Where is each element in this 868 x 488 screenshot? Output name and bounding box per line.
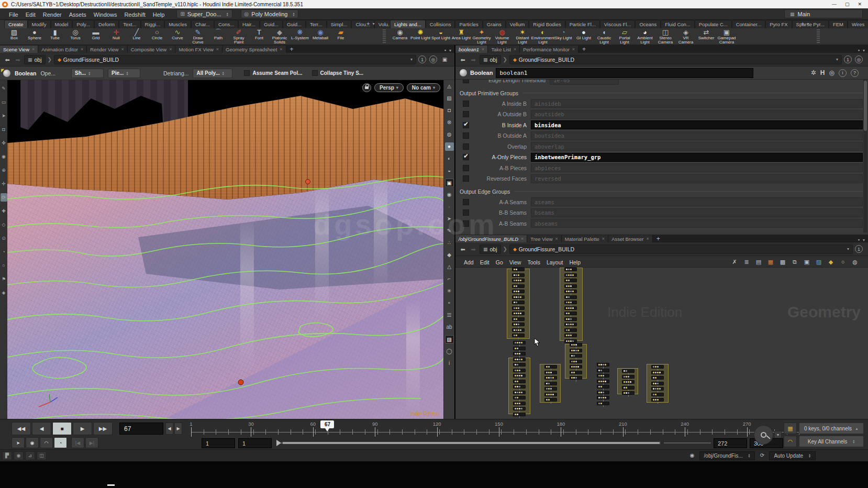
shelf-tool-gi-light[interactable]: ●GI Light <box>574 28 594 40</box>
tab-take-list[interactable]: Take List× <box>488 46 520 53</box>
node[interactable] <box>512 290 525 293</box>
node[interactable] <box>622 386 635 390</box>
display-option-icon-22[interactable]: ◯ <box>445 347 454 356</box>
node[interactable] <box>570 376 582 380</box>
pane-expand-icon[interactable]: ◤ <box>1 68 4 73</box>
node[interactable] <box>564 268 577 271</box>
shelf-tab-riggi[interactable]: Riggi... <box>141 20 165 28</box>
display-option-icon-17[interactable]: ✳ <box>445 287 454 295</box>
shelf-tool-grid[interactable]: ▬Grid <box>86 28 106 40</box>
node[interactable] <box>512 317 525 321</box>
net-toolbar-icon-4[interactable]: ▩ <box>779 258 786 266</box>
key-mode-dropdown[interactable]: Key All Channels▲▼ <box>799 436 864 447</box>
shelf-tab-collisions[interactable]: Collisions <box>426 20 455 28</box>
node[interactable] <box>513 413 526 416</box>
node[interactable] <box>513 380 526 383</box>
shelf-tool-null[interactable]: ✛Null <box>106 28 126 40</box>
close-tab-icon[interactable]: × <box>514 47 516 52</box>
display-option-icon-20[interactable]: ab <box>445 323 454 331</box>
param-field-a-b-seams[interactable]: abseams <box>531 219 863 228</box>
node[interactable] <box>570 354 582 358</box>
status-icon-1[interactable]: ◉ <box>14 451 24 460</box>
net-toolbar-icon-0[interactable]: ✗ <box>731 258 738 266</box>
range-end-field[interactable]: 272 <box>714 438 747 448</box>
shelf-tab-container[interactable]: Container... <box>732 20 766 28</box>
shelf-tab-fem[interactable]: FEM <box>829 20 848 28</box>
param-field-a-only-pieces[interactable]: inbetweenPrimary_grp <box>531 153 863 162</box>
mode-selector[interactable]: ◎ Poly Modeling ▲▼ <box>241 9 299 18</box>
param-checkbox-a-outside-b[interactable] <box>463 111 469 117</box>
range-handle-left[interactable] <box>276 440 284 446</box>
display-option-icon-10[interactable]: ∙ <box>445 203 454 211</box>
close-tab-icon[interactable]: × <box>216 47 219 52</box>
close-tab-icon[interactable]: × <box>32 47 35 52</box>
close-button[interactable]: ✕ <box>858 2 862 7</box>
tab-tree-view[interactable]: Tree View× <box>527 235 562 242</box>
scrollbar-thumb[interactable] <box>864 81 867 131</box>
pane-layout-icon[interactable]: ▪ <box>858 48 860 53</box>
collapse-tiny-checkbox[interactable] <box>312 70 318 76</box>
set-key-button[interactable] <box>754 425 773 445</box>
shelf-tool-geometry-light[interactable]: ✦Geometry Light <box>472 28 492 45</box>
toolset-spinner[interactable]: ▲▼ <box>226 12 229 16</box>
close-tab-icon[interactable]: × <box>572 47 575 52</box>
display-option-icon-8[interactable]: ⟳ <box>1 193 7 202</box>
node[interactable] <box>564 306 577 310</box>
tab-boolean1[interactable]: boolean1× <box>455 46 488 53</box>
close-tab-icon[interactable]: × <box>482 47 484 52</box>
menu-help[interactable]: Help <box>149 10 169 19</box>
node[interactable] <box>564 301 577 304</box>
display-option-icon-5[interactable]: ◉ <box>1 152 7 161</box>
shelf-tool-camera[interactable]: ◉Camera <box>390 28 410 40</box>
node[interactable] <box>570 360 582 363</box>
net-menu-go[interactable]: Go <box>493 259 506 266</box>
shelf-tool-switcher[interactable]: ⇄Switcher <box>696 28 716 40</box>
display-option-icon-14[interactable]: ◆ <box>445 251 454 259</box>
shelf-add-left[interactable]: +▾ <box>366 20 374 27</box>
path-dropdown-icon[interactable]: ▾ <box>836 57 838 62</box>
node[interactable] <box>512 312 525 315</box>
houdini-icon[interactable]: H <box>820 69 825 76</box>
param-checkbox-reversed-faces[interactable] <box>463 175 469 182</box>
shelf-tool-tube[interactable]: ▮Tube <box>45 28 65 40</box>
frame-ruler[interactable]: 1306090120150180210240270 67 <box>191 420 809 436</box>
node[interactable] <box>512 334 525 337</box>
node[interactable] <box>513 385 526 389</box>
tab-asset-browser[interactable]: Asset Browser× <box>608 235 653 242</box>
node[interactable] <box>651 382 664 385</box>
param-checkbox-a-inside-b[interactable] <box>463 101 469 107</box>
back-arrow-icon[interactable]: ⬅ <box>459 56 467 64</box>
node[interactable] <box>597 391 609 394</box>
net-toolbar-icon-8[interactable]: ◆ <box>827 258 834 266</box>
tab-render-view[interactable]: Render View× <box>87 46 127 53</box>
refresh-icon[interactable]: ⟳ <box>758 451 766 460</box>
node[interactable] <box>651 371 664 374</box>
node[interactable] <box>564 273 577 277</box>
display-option-icon-2[interactable]: ➤ <box>1 112 7 120</box>
shelf-tab-vellum[interactable]: Vellum <box>506 20 529 28</box>
param-checkbox-a-a-seams[interactable] <box>463 199 469 205</box>
param-field-a-a-seams[interactable]: aseams <box>531 197 863 206</box>
shelf-tab-create[interactable]: Create <box>4 20 28 28</box>
close-tab-icon[interactable]: × <box>169 47 172 52</box>
toolset-selector[interactable]: ⊞ Super_Doo... ▲▼ <box>176 9 232 18</box>
shelf-tool-caustic-light[interactable]: ◖Caustic Light <box>594 28 614 45</box>
pane-layout-icon[interactable]: ▪ <box>444 48 446 53</box>
display-option-icon-15[interactable]: △ <box>445 263 454 271</box>
snapshot-count-badge[interactable]: 1 <box>418 56 426 63</box>
shelf-tab-simpl[interactable]: Simpl... <box>327 20 352 28</box>
net-menu-layout[interactable]: Layout <box>543 259 566 266</box>
close-tab-icon[interactable]: × <box>555 236 558 241</box>
shelf-tool-area-light[interactable]: ♜Area Light <box>451 28 471 40</box>
shelf-tab-populate-c[interactable]: Populate C... <box>695 20 732 28</box>
shelf-divider-handle-2[interactable] <box>817 29 820 43</box>
animation-toggle-icon[interactable]: ◠ <box>784 436 797 447</box>
shelf-tool-sphere[interactable]: ●Sphere <box>25 28 44 40</box>
range-next-key-button[interactable]: ▶| <box>85 437 98 448</box>
node[interactable] <box>512 279 525 282</box>
shelf-tab-pyro-fx[interactable]: Pyro FX <box>765 20 792 28</box>
shelf-tab-cons[interactable]: Cons... <box>214 20 238 28</box>
shelf-tab-rigid-bodies[interactable]: Rigid Bodies <box>529 20 565 28</box>
shelf-tab-oceans[interactable]: Oceans <box>635 20 661 28</box>
node[interactable] <box>564 312 577 315</box>
